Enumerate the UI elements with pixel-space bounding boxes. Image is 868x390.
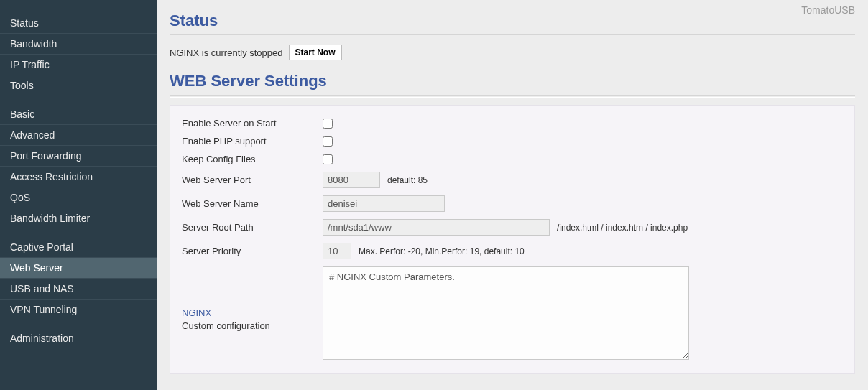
sidebar-item-vpn-tunneling[interactable]: VPN Tunneling (0, 299, 157, 320)
sidebar-item-basic[interactable]: Basic (0, 104, 157, 124)
custom-config-subtitle: Custom configuration (182, 320, 270, 331)
start-now-button[interactable]: Start Now (289, 45, 342, 60)
sidebar-item-tools[interactable]: Tools (0, 75, 157, 96)
enable-php-checkbox[interactable] (323, 136, 333, 147)
keep-config-label: Keep Config Files (182, 154, 323, 164)
sidebar-item-web-server[interactable]: Web Server (0, 257, 157, 278)
status-text: NGINX is currently stopped (170, 47, 283, 58)
custom-config-textarea[interactable] (323, 266, 689, 360)
sidebar-item-status[interactable]: Status (0, 13, 157, 33)
sidebar-item-usb-nas[interactable]: USB and NAS (0, 278, 157, 299)
priority-label: Server Priority (182, 246, 323, 256)
main-content: TomatoUSB Status NGINX is currently stop… (157, 0, 868, 390)
settings-heading: WEB Server Settings (170, 72, 855, 96)
server-name-label: Web Server Name (182, 198, 323, 209)
sidebar-item-iptraffic[interactable]: IP Traffic (0, 54, 157, 75)
sidebar-item-qos[interactable]: QoS (0, 187, 157, 208)
sidebar-item-access-restriction[interactable]: Access Restriction (0, 166, 157, 187)
settings-panel: Enable Server on Start Enable PHP suppor… (170, 105, 855, 374)
sidebar-item-bandwidth[interactable]: Bandwidth (0, 33, 157, 54)
port-label: Web Server Port (182, 175, 323, 185)
enable-on-start-checkbox[interactable] (323, 119, 333, 129)
sidebar-item-captive-portal[interactable]: Captive Portal (0, 237, 157, 257)
status-heading: Status (170, 11, 855, 35)
brand-label: TomatoUSB (801, 4, 855, 16)
root-path-label: Server Root Path (182, 222, 323, 233)
root-path-hint: /index.html / index.htm / index.php (557, 223, 688, 233)
port-hint: default: 85 (387, 175, 428, 185)
keep-config-checkbox[interactable] (323, 154, 333, 164)
sidebar-item-advanced[interactable]: Advanced (0, 124, 157, 145)
root-path-input[interactable] (323, 219, 550, 236)
custom-config-title: NGINX (182, 307, 323, 320)
sidebar-item-administration[interactable]: Administration (0, 328, 157, 348)
sidebar: Status Bandwidth IP Traffic Tools Basic … (0, 0, 157, 390)
sidebar-item-bandwidth-limiter[interactable]: Bandwidth Limiter (0, 208, 157, 228)
enable-on-start-label: Enable Server on Start (182, 118, 323, 129)
port-input[interactable] (323, 172, 380, 188)
priority-input[interactable] (323, 243, 351, 259)
sidebar-item-port-forwarding[interactable]: Port Forwarding (0, 145, 157, 166)
server-name-input[interactable] (323, 195, 445, 212)
priority-hint: Max. Perfor: -20, Min.Perfor: 19, defaul… (359, 246, 525, 256)
enable-php-label: Enable PHP support (182, 136, 323, 147)
